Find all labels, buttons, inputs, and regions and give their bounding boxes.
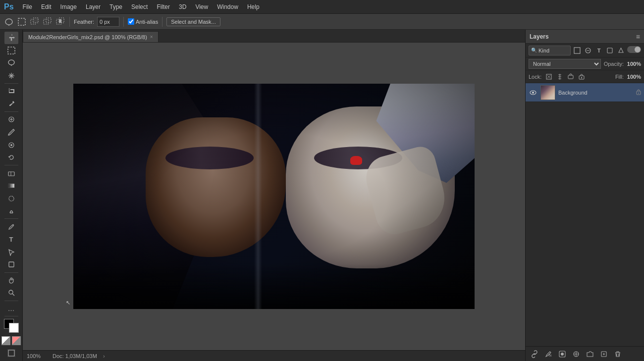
status-arrow[interactable]: › (103, 353, 105, 359)
screen-mode-button[interactable] (4, 347, 18, 359)
lasso-tool-button[interactable] (4, 57, 18, 69)
healing-brush-tool-button[interactable] (4, 113, 18, 126)
svg-line-29 (12, 294, 14, 296)
more-tools-button[interactable]: … (4, 303, 18, 315)
blend-mode-select[interactable]: Normal (529, 59, 601, 69)
document-tab-close[interactable]: × (150, 34, 153, 40)
crop-tool-button[interactable] (4, 85, 18, 98)
layers-panel-menu-icon[interactable]: ≡ (636, 33, 640, 41)
marquee-tool-button[interactable] (4, 45, 18, 57)
svg-text:fx: fx (549, 354, 552, 357)
add-selection-icon[interactable] (30, 17, 40, 27)
brush-tool-button[interactable] (4, 126, 18, 139)
svg-rect-32 (574, 48, 580, 53)
opacity-value[interactable]: 100% (625, 61, 641, 67)
select-mask-button[interactable]: Select and Mask... (166, 17, 220, 26)
menu-3d[interactable]: 3D (175, 2, 190, 12)
document-tab[interactable]: Module2RenderGirls_mix2.psd @ 100% (RGB/… (23, 31, 159, 42)
delete-layer-button[interactable] (613, 349, 623, 359)
path-selection-tool-button[interactable] (4, 246, 18, 258)
eraser-tool-button[interactable] (4, 167, 18, 179)
new-group-button[interactable] (585, 349, 595, 359)
hand-tool-button[interactable] (4, 274, 18, 287)
svg-point-40 (581, 77, 582, 78)
antialias-checkbox-label[interactable]: Anti-alias (128, 18, 158, 25)
layers-panel-header: Layers ≡ (526, 30, 644, 44)
app-logo: Ps (4, 2, 14, 11)
eyedropper-tool-button[interactable] (4, 98, 18, 110)
menu-image[interactable]: Image (56, 2, 81, 12)
add-mask-button[interactable] (557, 349, 567, 359)
intersect-selection-icon[interactable] (55, 17, 65, 27)
standard-mode-button[interactable] (1, 336, 10, 345)
clone-stamp-tool-button[interactable] (4, 139, 18, 151)
menu-layer[interactable]: Layer (82, 2, 105, 12)
svg-rect-34 (607, 48, 612, 53)
layer-row-background[interactable]: Background (526, 83, 644, 102)
dodge-tool-button[interactable] (4, 205, 18, 217)
menu-help[interactable]: Help (243, 2, 264, 12)
zoom-level: 100% (27, 353, 47, 359)
new-adjustment-layer-button[interactable] (571, 349, 581, 359)
quick-mask-button[interactable] (12, 336, 21, 345)
new-selection-icon[interactable] (17, 17, 27, 27)
status-bar: 100% Doc: 1,03M/1,03M › (23, 350, 525, 361)
menu-window[interactable]: Window (213, 2, 242, 12)
magic-wand-tool-button[interactable] (4, 70, 18, 82)
canvas-viewport[interactable]: ↖ (23, 43, 525, 350)
background-color[interactable] (9, 323, 19, 333)
filter-kind-label: Kind (538, 48, 549, 53)
new-layer-button[interactable] (599, 349, 609, 359)
shape-tool-button[interactable] (4, 258, 18, 271)
svg-point-44 (638, 93, 639, 94)
filter-adjustment-icon[interactable] (584, 46, 592, 55)
menu-edit[interactable]: Edit (37, 2, 55, 12)
lock-artboard-icon[interactable] (566, 72, 575, 81)
link-layers-button[interactable] (530, 349, 539, 359)
filter-type-icon[interactable]: T (594, 46, 603, 55)
lock-all-icon[interactable] (577, 72, 586, 81)
add-layer-style-button[interactable]: fx (543, 349, 553, 359)
layer-filter-toggle[interactable] (627, 46, 641, 53)
lock-icons (544, 72, 586, 81)
layer-kind-filter[interactable]: 🔍 Kind (529, 46, 571, 55)
type-tool-button[interactable]: T (4, 233, 18, 246)
menu-select[interactable]: Select (127, 2, 152, 12)
feather-input[interactable] (97, 17, 119, 27)
move-tool-button[interactable] (4, 32, 18, 44)
layer-thumbnail (540, 85, 555, 100)
svg-point-47 (561, 353, 564, 356)
separator-1 (69, 17, 70, 27)
tool-separator-2 (4, 111, 18, 112)
blur-tool-button[interactable] (4, 192, 18, 205)
fill-value[interactable]: 100% (625, 74, 641, 80)
svg-rect-10 (8, 47, 15, 54)
menu-filter[interactable]: Filter (153, 2, 174, 12)
menu-file[interactable]: File (19, 2, 36, 12)
subtract-selection-icon[interactable] (43, 17, 53, 27)
left-toolbar: T … (0, 30, 23, 361)
opacity-label: Opacity: (604, 61, 624, 67)
lock-pixels-icon[interactable] (544, 72, 553, 81)
layers-panel-title: Layers (530, 33, 549, 40)
svg-rect-2 (18, 18, 25, 25)
svg-rect-30 (8, 350, 14, 356)
lock-position-icon[interactable] (555, 72, 564, 81)
zoom-tool-button[interactable] (4, 287, 18, 299)
layers-panel: Layers ≡ 🔍 Kind T (526, 30, 644, 361)
filter-smart-icon[interactable] (616, 46, 625, 55)
gradient-tool-button[interactable] (4, 180, 18, 192)
layer-visibility-toggle[interactable] (529, 88, 537, 97)
menu-type[interactable]: Type (106, 2, 126, 12)
filter-pixel-icon[interactable] (573, 46, 582, 55)
svg-rect-24 (8, 184, 14, 188)
pen-tool-button[interactable] (4, 220, 18, 233)
antialias-checkbox[interactable] (128, 18, 134, 25)
canvas-area: Module2RenderGirls_mix2.psd @ 100% (RGB/… (23, 30, 525, 361)
menu-view[interactable]: View (191, 2, 212, 12)
main-layout: T … (0, 30, 644, 361)
tool-separator-6 (4, 301, 18, 301)
filter-shape-icon[interactable] (605, 46, 614, 55)
svg-rect-22 (8, 172, 14, 176)
history-brush-tool-button[interactable] (4, 152, 18, 164)
